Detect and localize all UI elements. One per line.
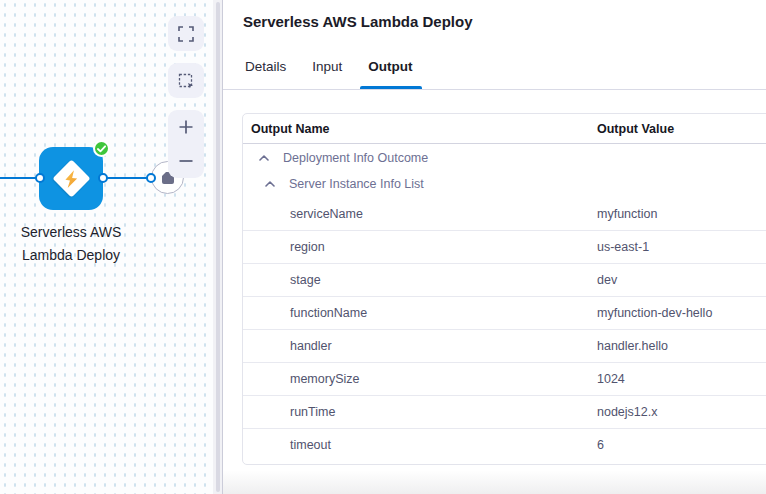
node-port-left[interactable]: [35, 173, 45, 183]
output-table: Output Name Output Value Deployment Info…: [242, 113, 766, 465]
zoom-in-button[interactable]: [168, 110, 204, 144]
zoom-out-button[interactable]: [168, 144, 204, 178]
table-row: handler handler.hello: [243, 329, 766, 362]
output-name: runTime: [243, 405, 597, 419]
table-row: functionName myfunction-dev-hello: [243, 296, 766, 329]
marquee-select-icon: [178, 73, 194, 89]
output-value: myfunction: [597, 207, 657, 221]
tab-output[interactable]: Output: [366, 59, 414, 89]
table-row: serviceName myfunction: [243, 197, 766, 230]
output-value: us-east-1: [597, 240, 649, 254]
fullscreen-icon: [178, 26, 194, 42]
output-name: stage: [243, 273, 597, 287]
column-header-output-name: Output Name: [243, 122, 597, 136]
chevron-up-icon[interactable]: [265, 181, 275, 187]
group-label: Server Instance Info List: [289, 177, 424, 191]
group-row-deployment-info-outcome[interactable]: Deployment Info Outcome: [243, 144, 766, 171]
output-name: functionName: [243, 306, 597, 320]
app-window: Serverless AWS Lambda Deploy: [0, 0, 766, 494]
table-row: memorySize 1024: [243, 362, 766, 395]
output-value: myfunction-dev-hello: [597, 306, 712, 320]
output-name: timeout: [243, 438, 597, 452]
table-row: runTime nodejs12.x: [243, 395, 766, 428]
output-name: memorySize: [243, 372, 597, 386]
tab-details[interactable]: Details: [243, 59, 288, 89]
node-serverless-aws-lambda-deploy[interactable]: [39, 147, 103, 210]
output-value: dev: [597, 273, 617, 287]
lambda-bolt-icon: [52, 159, 90, 197]
minus-icon: [178, 159, 194, 163]
node-label: Serverless AWS Lambda Deploy: [0, 221, 142, 267]
plus-icon: [178, 119, 194, 135]
output-table-body: Deployment Info Outcome Server Instance …: [243, 144, 766, 464]
splitter-thumb[interactable]: [216, 2, 220, 492]
node-port-right[interactable]: [98, 173, 108, 183]
pipeline-canvas[interactable]: Serverless AWS Lambda Deploy: [0, 0, 213, 494]
column-header-output-value: Output Value: [597, 122, 674, 136]
output-value: handler.hello: [597, 339, 668, 353]
tab-bar: Details Input Output: [223, 59, 766, 90]
output-value: 6: [597, 438, 604, 452]
output-name: handler: [243, 339, 597, 353]
output-table-header: Output Name Output Value: [243, 114, 766, 144]
zoom-controls: [168, 110, 204, 178]
stage-port-left[interactable]: [146, 173, 156, 183]
output-value: 1024: [597, 372, 625, 386]
marquee-select-button[interactable]: [168, 63, 204, 98]
group-row-server-instance-info-list[interactable]: Server Instance Info List: [243, 171, 766, 197]
table-row: timeout 6: [243, 428, 766, 461]
table-row: region us-east-1: [243, 230, 766, 263]
step-details-panel: Serverless AWS Lambda Deploy Details Inp…: [223, 0, 766, 494]
group-label: Deployment Info Outcome: [283, 151, 428, 165]
output-name: region: [243, 240, 597, 254]
chevron-up-icon[interactable]: [259, 155, 269, 161]
fullscreen-button[interactable]: [168, 16, 204, 51]
output-name: serviceName: [243, 207, 597, 221]
panel-splitter[interactable]: [213, 0, 223, 494]
tab-input[interactable]: Input: [310, 59, 344, 89]
panel-title: Serverless AWS Lambda Deploy: [243, 13, 766, 30]
output-value: nodejs12.x: [597, 405, 657, 419]
table-row: stage dev: [243, 263, 766, 296]
canvas-toolbar: [168, 16, 204, 178]
success-check-icon: [93, 140, 110, 157]
